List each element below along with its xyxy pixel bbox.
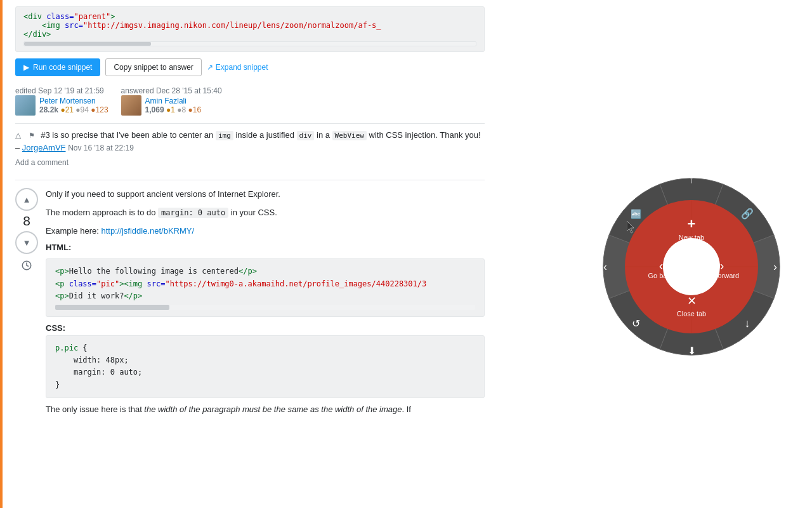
svg-marker-17: [627, 221, 634, 233]
bottom-text-post: . If: [402, 404, 411, 414]
go-forward-label: Go forward: [705, 272, 739, 279]
editor-rep-count: 28.2k: [39, 105, 58, 114]
svg-text:⬇: ⬇: [688, 345, 696, 356]
main-content: <div class="parent"> <img src="http://im…: [3, 0, 497, 508]
edited-info: edited Sep 12 '19 at 21:59 Peter Mortens…: [15, 86, 108, 116]
answer-text2-pre: The modern approach is to do: [46, 208, 158, 217]
editor-bronze: ●123: [91, 105, 108, 114]
vote-up-button[interactable]: ▲: [15, 188, 38, 211]
svg-text:↓: ↓: [745, 317, 750, 330]
edited-label: edited: [15, 86, 36, 95]
comment-code2: div: [297, 131, 315, 140]
svg-point-4: [663, 238, 720, 295]
add-comment-link[interactable]: Add a comment: [15, 158, 69, 167]
answerer-avatar: [121, 95, 141, 116]
editor-rep: 28.2k ●21 ●94 ●123: [39, 105, 108, 114]
comment-date: Nov 16 '18 at 22:19: [68, 144, 134, 152]
copy-snippet-button[interactable]: Copy snippet to answer: [105, 58, 201, 76]
html-code-block: <p>Hello the following image is centered…: [46, 258, 485, 317]
expand-snippet-button[interactable]: ↗ Expand snippet: [207, 63, 268, 72]
svg-text:›: ›: [720, 258, 724, 272]
vote-count: 8: [23, 213, 30, 229]
page-container: <div class="parent"> <img src="http://im…: [0, 0, 812, 508]
svg-point-1: [625, 200, 758, 333]
vote-down-button[interactable]: ▼: [15, 231, 38, 254]
answerer-rep: 1,069 ●1 ●8 ●16: [145, 105, 202, 114]
run-code-snippet-button[interactable]: ▶ Run code snippet: [15, 58, 100, 76]
svg-text:🔗: 🔗: [741, 208, 754, 220]
answerer-silver: ●8: [177, 105, 186, 114]
answer-text2-post: in your CSS.: [228, 208, 277, 217]
comment-text-mid2: in a: [314, 130, 332, 140]
code-scrollbar[interactable]: [23, 41, 476, 46]
editor-avatar: [15, 95, 36, 116]
answerer-card: Amin Fazlali 1,069 ●1 ●8 ●16: [121, 95, 222, 116]
play-icon: ▶: [23, 63, 29, 72]
editor-avatar-img: [15, 95, 36, 116]
comment-flag[interactable]: ⚑: [29, 131, 35, 139]
svg-text:✕: ✕: [687, 295, 697, 307]
editor-gold: ●21: [60, 105, 74, 114]
answerer-bronze: ●16: [188, 105, 202, 114]
css-code-block: p.pic { width: 48px; margin: 0 auto; }: [46, 335, 485, 398]
comment-upvote[interactable]: △: [15, 131, 21, 140]
go-back-label: Go back: [648, 272, 674, 279]
editor-silver: ●94: [75, 105, 89, 114]
editor-card: Peter Mortensen 28.2k ●21 ●94 ●123: [15, 95, 108, 116]
answer-body: Only if you need to support ancient vers…: [46, 188, 485, 417]
snippet-buttons-row: ▶ Run code snippet Copy snippet to answe…: [15, 58, 485, 76]
comment-item: △ ⚑ #3 is so precise that I've been able…: [15, 129, 485, 154]
answer-text-1: Only if you need to support ancient vers…: [46, 188, 485, 201]
top-code-block: <div class="parent"> <img src="http://im…: [15, 6, 485, 52]
vote-down-icon: ▼: [22, 238, 30, 248]
new-tab-label: New tab: [679, 234, 704, 241]
editor-name[interactable]: Peter Mortensen: [39, 97, 108, 105]
comment-body: #3 is so precise that I've been able to …: [15, 130, 481, 152]
answer-text-3: Example here: http://jsfiddle.net/bKRMY/: [46, 225, 485, 238]
comment-author[interactable]: JorgeAmVF: [22, 143, 66, 152]
svg-text:↑: ↑: [689, 173, 695, 185]
bottom-text: The only issue here is that the width of…: [46, 403, 485, 417]
html-scrollbar[interactable]: [55, 305, 475, 310]
comment-code1: img: [216, 131, 233, 140]
comment-code3: WebView: [332, 131, 367, 140]
section-divider: [15, 180, 485, 180]
meta-row: edited Sep 12 '19 at 21:59 Peter Mortens…: [15, 86, 485, 116]
svg-text:›: ›: [773, 260, 777, 273]
close-tab-label: Close tab: [677, 310, 706, 318]
answer-link[interactable]: http://jsfiddle.net/bKRMY/: [101, 226, 194, 236]
expand-icon: ↗: [207, 63, 213, 72]
comment-section: △ ⚑ #3 is so precise that I've been able…: [15, 123, 485, 172]
svg-text:‹: ‹: [659, 258, 664, 272]
answer-row: ▲ 8 ▼ Only if you need to support ancien…: [15, 188, 485, 417]
users-row: edited Sep 12 '19 at 21:59 Peter Mortens…: [15, 86, 222, 116]
bottom-italic: the width of the paragraph must be the s…: [144, 404, 402, 414]
answered-label: answered: [121, 86, 154, 95]
answer-text-2: The modern approach is to do margin: 0 a…: [46, 206, 485, 220]
answerer-gold: ●1: [166, 105, 175, 114]
edited-date[interactable]: Sep 12 '19 at 21:59: [38, 86, 104, 95]
answered-info: answered Dec 28 '15 at 15:40 Amin Fazlal…: [121, 86, 222, 116]
run-button-label: Run code snippet: [33, 63, 92, 72]
html-label: HTML:: [46, 243, 485, 252]
answer-inline-code: margin: 0 auto: [158, 208, 228, 218]
answerer-rep-count: 1,069: [145, 105, 164, 114]
bottom-text-pre: The only issue here is that: [46, 404, 144, 414]
comment-text-mid1: inside a justified: [233, 130, 297, 140]
history-button[interactable]: [18, 257, 36, 274]
answerer-name[interactable]: Amin Fazlali: [145, 97, 202, 105]
svg-text:+: +: [688, 216, 696, 232]
svg-text:‹: ‹: [603, 260, 607, 273]
css-label: CSS:: [46, 323, 485, 333]
answered-date[interactable]: Dec 28 '15 at 15:40: [156, 86, 222, 95]
cursor-indicator: [627, 221, 636, 236]
svg-text:🔤: 🔤: [631, 209, 642, 220]
radial-menu-svg: ↑ 🔗 › ↓ ⬇ ↺ ‹ 🔤 + New tab ‹: [590, 165, 793, 368]
svg-text:↺: ↺: [632, 318, 640, 329]
answerer-info: Amin Fazlali 1,069 ●1 ●8 ●16: [145, 97, 202, 114]
comment-text-pre: #3 is so precise that I've been able to …: [41, 130, 216, 140]
vote-up-icon: ▲: [22, 195, 30, 204]
answer-text3-pre: Example here:: [46, 226, 101, 236]
vote-cell: ▲ 8 ▼: [15, 188, 38, 417]
radial-menu-overlay: ↑ 🔗 › ↓ ⬇ ↺ ‹ 🔤 + New tab ‹: [590, 165, 793, 394]
